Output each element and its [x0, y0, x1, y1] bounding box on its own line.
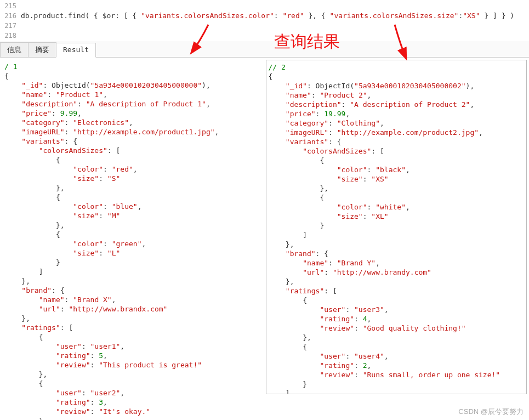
result-panel-2[interactable]: // 2 { "_id": ObjectId("5a934e0001020304…	[266, 60, 527, 394]
annotation-label: 查询结果	[274, 31, 340, 53]
code-line: 215	[0, 1, 529, 11]
result-tabs: 信息 摘要 Result	[0, 42, 529, 58]
code-content[interactable]: db.product.find( { $or: [ { "variants.co…	[21, 11, 514, 21]
tab-summary[interactable]: 摘要	[28, 42, 56, 57]
line-number: 217	[0, 21, 21, 31]
line-number: 216	[0, 11, 21, 21]
watermark: CSDN @辰兮要努力	[458, 407, 524, 417]
code-editor: 215 216 db.product.find( { $or: [ { "var…	[0, 0, 529, 42]
tab-result[interactable]: Result	[56, 43, 96, 58]
line-number: 215	[0, 1, 21, 11]
code-line: 218	[0, 31, 529, 41]
code-line: 217	[0, 21, 529, 31]
results-area: / 1 { "_id": ObjectId("5a934e00010203040…	[0, 58, 529, 420]
result-panel-1[interactable]: / 1 { "_id": ObjectId("5a934e00010203040…	[2, 60, 263, 420]
tab-info[interactable]: 信息	[0, 42, 29, 57]
line-number: 218	[0, 31, 21, 41]
code-line: 216 db.product.find( { $or: [ { "variant…	[0, 11, 529, 21]
